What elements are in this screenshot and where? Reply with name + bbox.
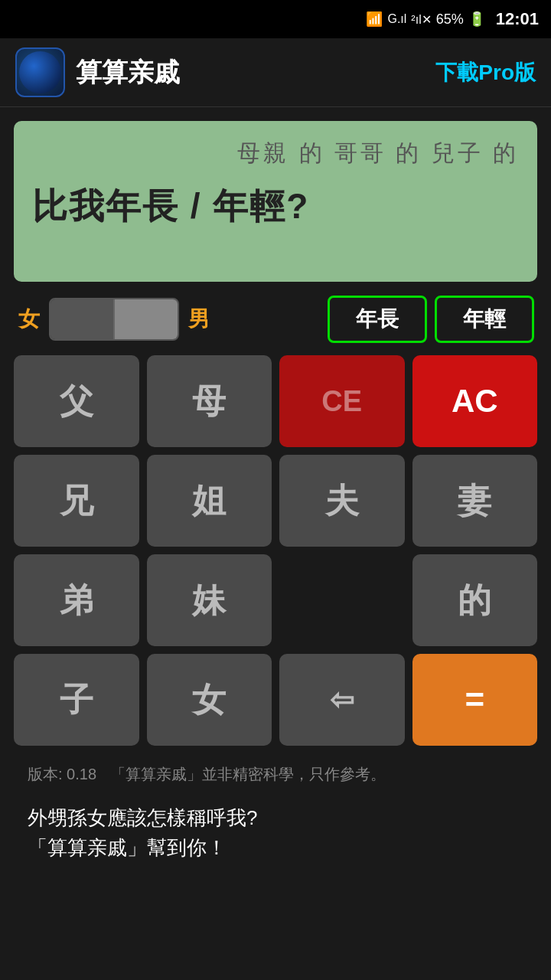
signal2-icon: ²ıl✕: [411, 12, 431, 27]
keypad: 父 母 CE AC 兄 姐 夫 妻 弟 妹 的 子 女 ⇦ =: [14, 355, 537, 746]
gender-right-btn[interactable]: [113, 299, 178, 339]
key-equals[interactable]: =: [412, 654, 538, 746]
battery-icon: 🔋: [468, 11, 485, 28]
wifi-icon: 📶: [366, 11, 383, 28]
key-de[interactable]: 的: [412, 554, 538, 646]
bottom-line2: 「算算亲戚」幫到你！: [28, 833, 523, 863]
bottom-line1: 外甥孫女應該怎樣稱呼我?: [28, 803, 523, 833]
version-label: 版本: 0.18: [28, 766, 96, 782]
key-wife[interactable]: 妻: [412, 455, 538, 547]
older-button[interactable]: 年長: [328, 296, 427, 343]
status-bar: 📶 G.ıl ²ıl✕ 65% 🔋 12:01: [0, 0, 551, 38]
app-logo: [15, 47, 65, 97]
key-elder-sister[interactable]: 姐: [147, 455, 272, 547]
app-title: 算算亲戚: [76, 55, 180, 90]
younger-button[interactable]: 年輕: [435, 296, 534, 343]
bottom-text: 外甥孫女應該怎樣稱呼我? 「算算亲戚」幫到你！: [14, 792, 537, 874]
key-empty: [279, 554, 405, 646]
controls-row: 女 男 年長 年輕: [14, 296, 537, 343]
key-ac[interactable]: AC: [412, 355, 538, 447]
key-elder-brother[interactable]: 兄: [14, 455, 139, 547]
disclaimer: 「算算亲戚」並非精密科學，只作參考。: [110, 766, 386, 782]
key-ce[interactable]: CE: [279, 355, 405, 447]
battery-percent: 65%: [436, 11, 464, 28]
key-backspace[interactable]: ⇦: [279, 654, 405, 746]
male-label: 男: [187, 305, 211, 334]
female-label: 女: [17, 305, 41, 334]
question-line2: 比我年長 / 年輕?: [32, 183, 519, 230]
footer: 版本: 0.18 「算算亲戚」並非精密科學，只作參考。: [14, 756, 537, 792]
gender-left-btn[interactable]: [51, 299, 113, 339]
key-younger-brother[interactable]: 弟: [14, 554, 139, 646]
key-daughter[interactable]: 女: [147, 654, 272, 746]
key-mother[interactable]: 母: [147, 355, 272, 447]
key-son[interactable]: 子: [14, 654, 139, 746]
status-icons: 📶 G.ıl ²ıl✕ 65% 🔋: [366, 11, 484, 28]
key-husband[interactable]: 夫: [279, 455, 405, 547]
question-box: 母親 的 哥哥 的 兒子 的 比我年長 / 年輕?: [14, 121, 537, 282]
logo-inner: [19, 51, 61, 93]
header: 算算亲戚 下載Pro版: [0, 38, 551, 107]
header-left: 算算亲戚: [15, 47, 180, 97]
key-father[interactable]: 父: [14, 355, 139, 447]
signal-icon: G.ıl: [387, 12, 406, 26]
question-line1: 母親 的 哥哥 的 兒子 的: [32, 138, 519, 169]
download-pro-button[interactable]: 下載Pro版: [435, 58, 536, 87]
key-younger-sister[interactable]: 妹: [147, 554, 272, 646]
main-content: 母親 的 哥哥 的 兒子 的 比我年長 / 年輕? 女 男 年長 年輕 父 母 …: [0, 107, 551, 874]
status-time: 12:01: [496, 9, 539, 29]
gender-toggle[interactable]: [49, 298, 179, 341]
